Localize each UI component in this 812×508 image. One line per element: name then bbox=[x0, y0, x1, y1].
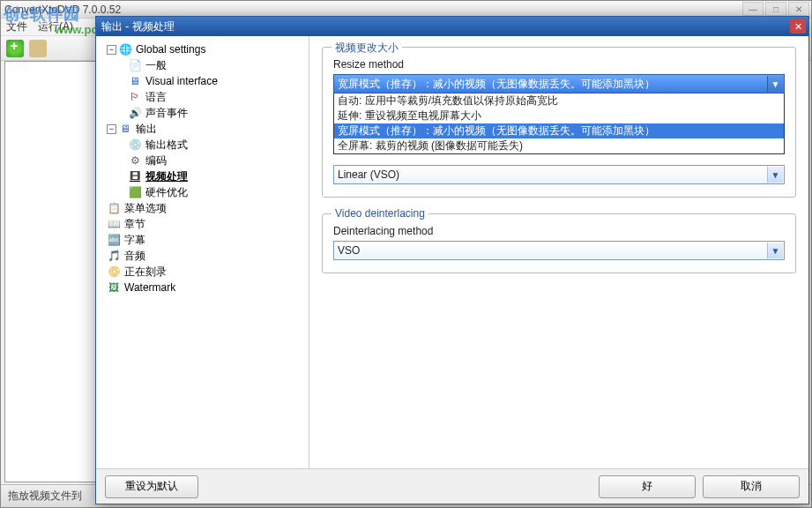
monitor-icon: 🖥 bbox=[118, 122, 132, 136]
minimize-button[interactable]: — bbox=[742, 2, 764, 16]
toolbar-icon-2[interactable] bbox=[29, 40, 47, 57]
add-icon[interactable] bbox=[6, 40, 24, 57]
chevron-down-icon: ▼ bbox=[767, 76, 783, 92]
page-icon: 📄 bbox=[128, 58, 142, 72]
deinterlace-method-value: VSO bbox=[338, 244, 360, 257]
cancel-button[interactable]: 取消 bbox=[703, 475, 800, 498]
settings-tree[interactable]: −🌐Global settings 📄一般 🖥Visual interface … bbox=[96, 36, 309, 468]
tree-hardware-opt[interactable]: 🟩硬件优化 bbox=[100, 184, 305, 200]
tree-video-processing[interactable]: 🎞视频处理 bbox=[100, 168, 305, 184]
deinterlace-legend: Video deinterlacing bbox=[332, 207, 428, 220]
settings-dialog: 输出 - 视频处理 ✕ −🌐Global settings 📄一般 🖥Visua… bbox=[95, 16, 809, 504]
resize-method-value: 宽屏模式（推存）：减小的视频（无图像数据丢失。可能添加黑块） bbox=[338, 77, 655, 92]
chip-icon: 🟩 bbox=[128, 185, 142, 199]
reset-defaults-button[interactable]: 重设为默认 bbox=[105, 475, 198, 498]
resize-legend: 视频更改大小 bbox=[332, 41, 402, 56]
collapse-icon[interactable]: − bbox=[107, 45, 116, 55]
speaker-icon: 🔊 bbox=[128, 106, 142, 120]
tree-general[interactable]: 📄一般 bbox=[100, 57, 305, 73]
dialog-title: 输出 - 视频处理 bbox=[101, 19, 175, 34]
settings-content: 视频更改大小 Resize method 宽屏模式（推存）：减小的视频（无图像数… bbox=[309, 36, 808, 468]
gear-icon: ⚙ bbox=[128, 153, 142, 168]
tree-output-format[interactable]: 💿输出格式 bbox=[100, 137, 305, 153]
tree-chapter[interactable]: 📖章节 bbox=[100, 216, 305, 232]
window-controls: — □ ✕ bbox=[742, 2, 809, 16]
resize-method-dropdown: 自动: 应用中等裁剪/填充数值以保持原始高宽比 延伸: 重设视频至电视屏幕大小 … bbox=[333, 93, 785, 154]
chevron-down-icon: ▼ bbox=[767, 167, 783, 183]
tree-burning[interactable]: 📀正在刻录 bbox=[100, 264, 305, 280]
dialog-titlebar: 输出 - 视频处理 ✕ bbox=[96, 17, 808, 36]
tree-visual-interface[interactable]: 🖥Visual interface bbox=[100, 73, 305, 89]
tree-menu-options[interactable]: 📋菜单选项 bbox=[100, 200, 305, 216]
close-button[interactable]: ✕ bbox=[788, 2, 809, 16]
resize-filter-combo[interactable]: Linear (VSO) ▼ bbox=[333, 165, 785, 184]
tree-global-settings[interactable]: −🌐Global settings bbox=[100, 41, 305, 57]
maximize-button[interactable]: □ bbox=[765, 2, 786, 16]
status-text: 拖放视频文件到 bbox=[8, 489, 82, 504]
resize-method-combo[interactable]: 宽屏模式（推存）：减小的视频（无图像数据丢失。可能添加黑块） ▼ bbox=[333, 74, 785, 93]
flag-icon: 🏳 bbox=[128, 90, 142, 104]
disc-icon: 💿 bbox=[128, 138, 142, 152]
resize-fieldset: 视频更改大小 Resize method 宽屏模式（推存）：减小的视频（无图像数… bbox=[322, 47, 796, 198]
watermark-logo: 创e软件园 bbox=[4, 4, 80, 25]
resize-option-auto[interactable]: 自动: 应用中等裁剪/填充数值以保持原始高宽比 bbox=[334, 93, 784, 108]
music-icon: 🎵 bbox=[107, 249, 121, 263]
chevron-down-icon: ▼ bbox=[767, 243, 783, 258]
resize-filter-value: Linear (VSO) bbox=[338, 168, 399, 181]
tree-watermark[interactable]: 🖼Watermark bbox=[100, 280, 305, 295]
tree-audio[interactable]: 🎵音频 bbox=[100, 248, 305, 264]
image-icon: 🖼 bbox=[107, 280, 121, 295]
tree-language[interactable]: 🏳语言 bbox=[100, 89, 305, 105]
disc-icon: 📀 bbox=[107, 265, 121, 279]
tree-output[interactable]: −🖥输出 bbox=[100, 121, 305, 137]
book-icon: 📖 bbox=[107, 217, 121, 231]
collapse-icon[interactable]: − bbox=[107, 124, 116, 134]
dialog-footer: 重设为默认 好 取消 bbox=[96, 468, 808, 504]
tree-encoding[interactable]: ⚙编码 bbox=[100, 153, 305, 168]
deinterlace-method-label: Deinterlacing method bbox=[333, 225, 785, 237]
dialog-close-button[interactable]: ✕ bbox=[790, 19, 806, 34]
dialog-body: −🌐Global settings 📄一般 🖥Visual interface … bbox=[96, 36, 808, 468]
resize-option-stretch[interactable]: 延伸: 重设视频至电视屏幕大小 bbox=[334, 108, 784, 123]
deinterlace-fieldset: Video deinterlacing Deinterlacing method… bbox=[322, 213, 796, 273]
globe-icon: 🌐 bbox=[118, 42, 132, 56]
monitor-icon: 🖥 bbox=[128, 74, 142, 88]
menu-icon: 📋 bbox=[107, 201, 121, 215]
ok-button[interactable]: 好 bbox=[599, 475, 696, 498]
resize-option-fullscreen[interactable]: 全屏幕: 裁剪的视频 (图像数据可能丢失) bbox=[334, 138, 784, 153]
film-icon: 🎞 bbox=[128, 169, 142, 183]
tree-sound-events[interactable]: 🔊声音事件 bbox=[100, 105, 305, 121]
deinterlace-method-combo[interactable]: VSO ▼ bbox=[333, 241, 785, 260]
resize-method-label: Resize method bbox=[333, 58, 785, 71]
tree-subtitle[interactable]: 🔤字幕 bbox=[100, 232, 305, 248]
resize-option-widescreen[interactable]: 宽屏模式（推存）：减小的视频（无图像数据丢失。可能添加黑块） bbox=[334, 123, 784, 138]
subtitle-icon: 🔤 bbox=[107, 233, 121, 247]
